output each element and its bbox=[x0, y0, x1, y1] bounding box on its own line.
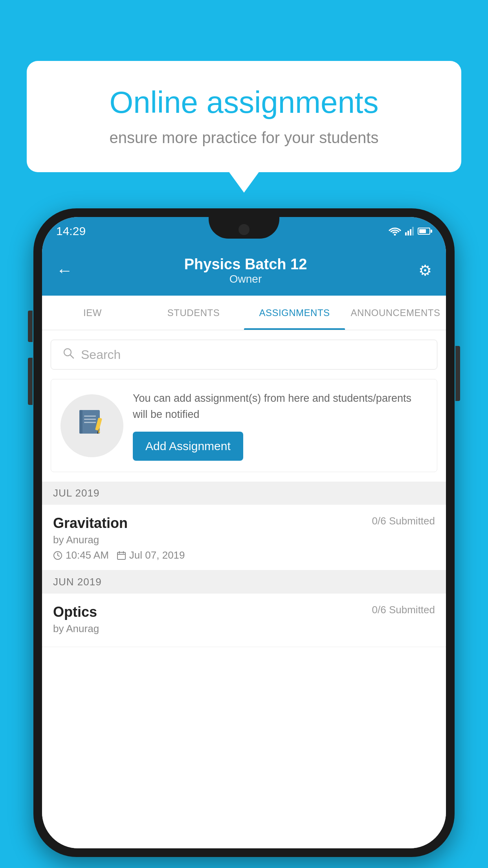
assignment-name-optics: Optics bbox=[53, 604, 97, 620]
svg-rect-10 bbox=[84, 419, 96, 420]
search-bar[interactable]: Search bbox=[51, 340, 437, 370]
phone-screen: 14:29 bbox=[42, 217, 446, 848]
back-button[interactable]: ← bbox=[56, 261, 73, 280]
header-title: Physics Batch 12 bbox=[184, 256, 307, 273]
settings-button[interactable]: ⚙ bbox=[418, 262, 432, 279]
phone-container: 14:29 bbox=[33, 208, 455, 857]
promo-right: You can add assignment(s) from here and … bbox=[133, 390, 426, 461]
svg-rect-3 bbox=[410, 229, 411, 235]
svg-point-0 bbox=[394, 234, 396, 236]
speech-bubble-container: Online assignments ensure more practice … bbox=[27, 61, 461, 172]
assignment-time: 10:45 AM bbox=[66, 549, 109, 561]
assignment-by: by Anurag bbox=[53, 534, 435, 546]
svg-rect-2 bbox=[407, 231, 409, 235]
battery-icon bbox=[418, 228, 430, 235]
assignment-date: Jul 07, 2019 bbox=[129, 549, 185, 561]
assignment-meta: 10:45 AM Jul 07, 2019 bbox=[53, 549, 435, 561]
svg-rect-16 bbox=[117, 552, 125, 559]
search-placeholder: Search bbox=[81, 348, 121, 362]
header-subtitle: Owner bbox=[184, 273, 307, 285]
status-time: 14:29 bbox=[56, 224, 86, 238]
tab-students[interactable]: STUDENTS bbox=[143, 296, 244, 330]
speech-bubble-title: Online assignments bbox=[54, 85, 434, 120]
svg-rect-8 bbox=[79, 410, 83, 434]
tab-iew[interactable]: IEW bbox=[42, 296, 143, 330]
section-header-jul: JUL 2019 bbox=[42, 482, 446, 505]
signal-icon bbox=[405, 227, 414, 235]
promo-card: You can add assignment(s) from here and … bbox=[51, 379, 437, 472]
assignment-by-optics: by Anurag bbox=[53, 623, 435, 635]
assignment-name: Gravitation bbox=[53, 515, 128, 531]
header-title-block: Physics Batch 12 Owner bbox=[184, 256, 307, 285]
svg-rect-4 bbox=[412, 227, 414, 235]
svg-rect-11 bbox=[84, 422, 96, 423]
speech-bubble: Online assignments ensure more practice … bbox=[27, 61, 461, 172]
speech-bubble-subtitle: ensure more practice for your students bbox=[54, 129, 434, 147]
clock-icon bbox=[53, 551, 62, 560]
tab-announcements[interactable]: ANNOUNCEMENTS bbox=[345, 296, 446, 330]
assignment-item-optics[interactable]: Optics 0/6 Submitted by Anurag bbox=[42, 594, 446, 647]
assignment-status: 0/6 Submitted bbox=[372, 515, 435, 527]
wifi-icon bbox=[389, 227, 401, 235]
svg-rect-9 bbox=[84, 416, 96, 417]
calendar-icon bbox=[117, 551, 126, 560]
tab-assignments[interactable]: ASSIGNMENTS bbox=[244, 296, 345, 330]
phone-frame: 14:29 bbox=[33, 208, 455, 857]
tabs-bar: IEW STUDENTS ASSIGNMENTS ANNOUNCEMENTS bbox=[42, 296, 446, 330]
search-icon bbox=[62, 347, 75, 362]
content-area: Search bbox=[42, 330, 446, 848]
section-header-jun: JUN 2019 bbox=[42, 570, 446, 594]
assignment-item-gravitation[interactable]: Gravitation 0/6 Submitted by Anurag 10:4… bbox=[42, 505, 446, 570]
phone-notch bbox=[209, 217, 279, 239]
svg-line-6 bbox=[70, 355, 73, 358]
notebook-icon bbox=[76, 407, 108, 445]
assignment-status-optics: 0/6 Submitted bbox=[372, 604, 435, 616]
add-assignment-button[interactable]: Add Assignment bbox=[133, 432, 243, 461]
svg-rect-1 bbox=[405, 232, 407, 235]
app-header: ← Physics Batch 12 Owner ⚙ bbox=[42, 245, 446, 296]
status-icons bbox=[389, 227, 430, 235]
promo-icon-circle bbox=[61, 394, 123, 457]
volume-button bbox=[28, 311, 33, 342]
camera-icon bbox=[238, 224, 250, 235]
promo-text: You can add assignment(s) from here and … bbox=[133, 390, 426, 422]
